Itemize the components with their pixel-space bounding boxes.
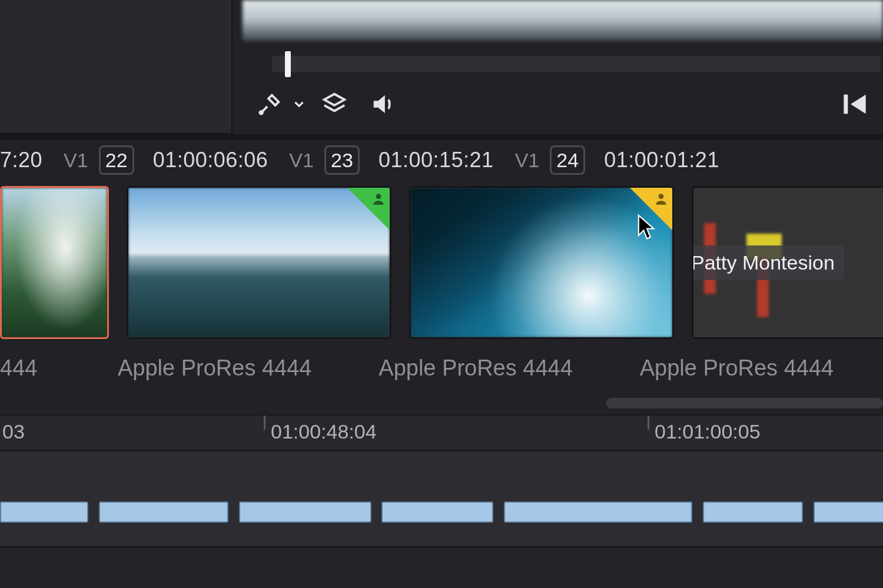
layers-icon[interactable] xyxy=(321,91,348,120)
codec-label: Apple ProRes 4444 xyxy=(640,356,883,390)
clip-strip-header: 7:20 V1 22 01:00:06:06 V1 23 01:00:15:21… xyxy=(0,140,883,180)
eyedropper-icon[interactable] xyxy=(256,91,283,120)
codec-label: Apple ProRes 4444 xyxy=(379,356,622,390)
cursor-icon xyxy=(637,214,657,242)
speaker-icon[interactable] xyxy=(369,91,396,120)
timeline-track-bg xyxy=(0,452,883,546)
svg-point-0 xyxy=(260,111,263,114)
timeline-clip-segment[interactable] xyxy=(504,501,692,523)
clip-number[interactable]: 22 xyxy=(99,145,134,175)
clip-timecode: 01:00:06:06 xyxy=(153,148,268,172)
timeline-clip-segment[interactable] xyxy=(0,501,88,523)
clip-thumbnail-selected[interactable] xyxy=(0,186,109,339)
side-panel-fragment xyxy=(0,0,233,134)
person-icon xyxy=(371,191,386,207)
timeline-clip-segment[interactable] xyxy=(239,501,371,523)
track-label: V1 xyxy=(64,149,88,172)
timeline-clip-segment[interactable] xyxy=(814,501,883,523)
svg-rect-1 xyxy=(844,95,848,114)
svg-point-3 xyxy=(659,194,664,199)
clip-thumbnail[interactable] xyxy=(127,186,391,339)
thumbnail-art xyxy=(2,188,107,337)
codec-label-partial: 444 xyxy=(0,356,100,390)
ruler-tick xyxy=(648,416,649,430)
svg-point-2 xyxy=(376,194,381,199)
ruler-label: 01:01:00:05 xyxy=(655,420,761,443)
timecode-partial: 7:20 xyxy=(0,148,42,172)
thumbnail-row: Patty Montesion xyxy=(0,186,883,354)
clip-number[interactable]: 24 xyxy=(550,145,585,175)
horizontal-scrollbar[interactable] xyxy=(606,398,883,408)
clip-thumbnail[interactable] xyxy=(409,186,674,339)
viewer-toolbar xyxy=(256,82,871,128)
panel-divider xyxy=(0,134,883,140)
timeline-track-bg-lower xyxy=(0,546,883,588)
viewer-preview xyxy=(243,0,883,41)
clip-timecode: 01:00:15:21 xyxy=(379,148,494,172)
clip-timecode: 01:00:01:21 xyxy=(604,148,719,172)
timeline-clips-row[interactable] xyxy=(0,501,883,525)
chevron-down-icon[interactable] xyxy=(291,97,307,114)
timeline-ruler[interactable]: 03 01:00:48:04 01:01:00:05 xyxy=(0,414,883,451)
timeline-clip-segment[interactable] xyxy=(703,501,803,523)
ruler-label: 03 xyxy=(2,420,25,443)
scrub-playhead[interactable] xyxy=(285,51,291,77)
clip-strip: 7:20 V1 22 01:00:06:06 V1 23 01:00:15:21… xyxy=(0,140,883,411)
clip-number[interactable]: 23 xyxy=(324,145,360,175)
person-icon xyxy=(653,191,669,207)
track-label: V1 xyxy=(515,149,540,172)
ruler-label: 01:00:48:04 xyxy=(271,420,377,443)
codec-row: 444 Apple ProRes 4444 Apple ProRes 4444 … xyxy=(0,356,883,390)
timeline-clip-segment[interactable] xyxy=(99,501,228,523)
viewer-scrub-bar[interactable] xyxy=(272,56,881,72)
clip-thumbnail[interactable]: Patty Montesion xyxy=(692,186,883,339)
ruler-tick xyxy=(264,416,265,430)
user-tooltip: Patty Montesion xyxy=(692,245,844,280)
skip-previous-icon[interactable] xyxy=(838,88,871,123)
timeline-clip-segment[interactable] xyxy=(381,501,493,523)
codec-label: Apple ProRes 4444 xyxy=(118,356,361,390)
track-label: V1 xyxy=(289,149,314,172)
